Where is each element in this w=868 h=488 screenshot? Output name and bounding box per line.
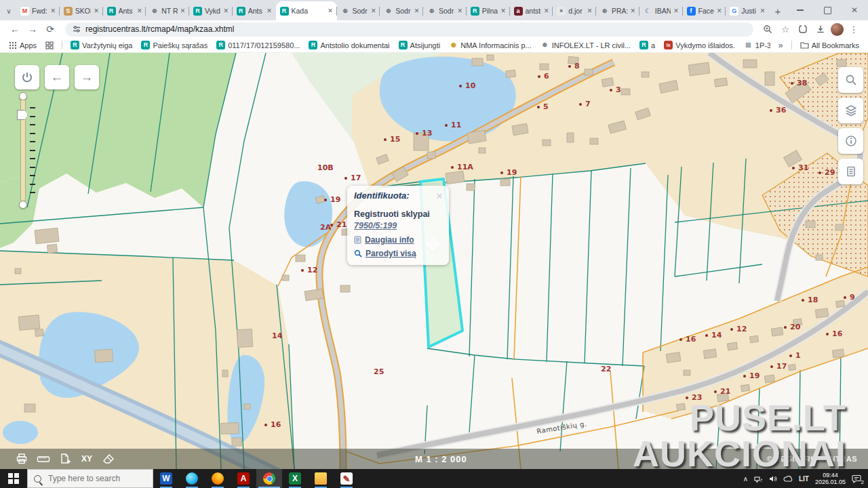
taskbar-clock[interactable]: 09:44 2026.01.05 [815,472,846,485]
legend-tool-button[interactable] [838,159,863,184]
bookmarks-overflow-icon[interactable]: » [774,40,786,50]
tab-close-icon[interactable]: × [224,7,229,15]
browser-tab[interactable]: SSKOL× [60,1,103,20]
menu-kebab-icon[interactable]: ⋮ [846,22,861,37]
action-center-icon[interactable]: 2 [852,474,861,483]
tab-close-icon[interactable]: × [458,7,462,15]
browser-tab[interactable]: RAnts× [233,1,276,20]
popup-close-icon[interactable]: × [437,191,442,201]
browser-tab[interactable]: ⊕PRA:× [596,1,639,20]
tab-close-icon[interactable]: × [51,7,56,15]
xy-coordinates-icon[interactable]: XY [80,452,94,466]
browser-tab[interactable]: aantst× [510,1,553,20]
eraser-icon[interactable] [102,452,115,466]
network-icon[interactable] [754,475,763,483]
browser-tab[interactable]: MFwd:× [16,1,60,20]
bookmark-item[interactable]: ⊕INFOLEX.LT - LR civil... [537,41,634,49]
tab-close-icon[interactable]: × [371,7,376,15]
tab-close-icon[interactable]: × [137,7,142,15]
tab-close-icon[interactable]: × [328,7,332,15]
reset-view-button[interactable] [15,65,39,89]
browser-tab[interactable]: ⊕Sodr× [337,1,380,20]
tab-close-icon[interactable]: × [267,7,271,15]
search-tool-button[interactable] [838,67,863,93]
taskbar-app-firefox[interactable] [205,469,231,488]
tab-close-icon[interactable]: × [544,7,549,15]
browser-tab[interactable]: ☾IBAN× [639,1,683,20]
all-bookmarks-button[interactable]: All Bookmarks [797,41,863,49]
tab-close-icon[interactable]: × [760,7,765,15]
browser-tab[interactable]: GJusti× [726,1,769,20]
tab-close-icon[interactable]: × [180,7,185,15]
profile-avatar[interactable] [831,23,844,36]
close-button[interactable]: ✕ [841,0,868,20]
taskbar-app-explorer[interactable] [308,469,334,488]
forward-extent-button[interactable]: → [75,65,99,89]
reload-icon[interactable]: ⟳ [42,22,58,37]
bookmark-item[interactable]: RVaržytynių eiga [67,41,136,49]
tray-chevron-icon[interactable]: ∧ [743,475,748,483]
start-button[interactable] [0,469,27,488]
apps-shortcut[interactable]: Apps [5,41,40,49]
print-icon[interactable] [15,452,28,466]
taskbar-app-word[interactable]: W [153,469,179,488]
browser-tab[interactable]: ⊕NT R× [146,1,189,20]
maximize-button[interactable] [814,0,841,20]
parcel-number-link[interactable]: 7950/5:199 [354,221,397,230]
blocks-shortcut[interactable] [42,41,57,49]
browser-tab[interactable]: RAnts× [103,1,146,20]
tab-close-icon[interactable]: × [414,7,419,15]
layers-tool-button[interactable] [838,98,863,123]
bookmark-star-icon[interactable]: ☆ [778,22,793,37]
tab-close-icon[interactable]: × [717,7,722,15]
bookmark-item[interactable]: RAtsijungti [395,41,444,49]
taskbar-search[interactable] [27,469,153,488]
browser-tab[interactable]: RVykd× [189,1,233,20]
browser-tab[interactable]: RKada× [276,1,337,20]
taskbar-app-chrome[interactable] [256,469,282,488]
onedrive-icon[interactable] [783,476,793,482]
tab-close-icon[interactable]: × [500,7,505,15]
browser-tab[interactable]: RPilna× [467,1,510,20]
tab-group-icon[interactable] [795,22,810,37]
bookmark-item[interactable]: IxVykdymo išlaidos. [660,41,738,49]
forward-icon[interactable]: → [24,22,41,37]
language-indicator[interactable]: LIT [799,475,809,483]
taskbar-app-excel[interactable]: X [282,469,308,488]
tab-search-icon[interactable]: ∨ [1,1,16,20]
bookmark-item[interactable]: R0117/17/012159580... [213,41,303,49]
minimize-button[interactable] [787,0,814,20]
volume-icon[interactable] [769,475,777,483]
bookmark-item[interactable]: Ra [636,41,658,49]
zoom-slider[interactable] [18,92,39,209]
browser-tab[interactable]: ⊕Sodr× [423,1,467,20]
bookmark-item[interactable]: RPaieškų sąrašas [138,41,211,49]
show-all-link[interactable]: Parodyti visą [366,249,416,258]
browser-tab[interactable]: fFace× [683,1,726,20]
bookmark-item[interactable]: ◉NMA Informacinis p... [446,41,535,49]
zoom-handle[interactable] [17,110,28,120]
ruler-icon[interactable] [37,452,50,466]
taskbar-app-notes[interactable]: ✎ [334,469,359,488]
browser-tab[interactable]: ×d.jor× [553,1,596,20]
taskbar-app-edge[interactable] [179,469,205,488]
new-tab-button[interactable]: + [769,1,787,20]
tab-close-icon[interactable]: × [673,7,678,15]
back-icon[interactable]: ← [7,22,23,37]
back-extent-button[interactable]: ← [45,65,69,89]
more-info-link[interactable]: Daugiau info [365,235,414,245]
site-settings-icon[interactable] [73,25,81,33]
bookmark-item[interactable]: ▤1P-389-(1.3 E.) Dėl... [741,41,771,49]
browser-tab[interactable]: ⊕Sodr× [380,1,423,20]
tab-close-icon[interactable]: × [94,7,98,15]
address-bar[interactable]: registrucentras.lt/rcmap4/map/kzaa.xhtml [65,22,753,37]
taskbar-search-input[interactable] [47,473,144,484]
add-document-icon[interactable] [58,452,72,466]
taskbar-app-acrobat[interactable]: A [231,469,256,488]
zoom-page-icon[interactable] [760,22,775,37]
bookmark-item[interactable]: RAntstolio dokumentai [305,41,393,49]
info-tool-button[interactable] [838,128,863,154]
tab-close-icon[interactable]: × [587,7,592,15]
download-icon[interactable] [813,22,828,37]
zoom-out-node[interactable] [19,201,27,209]
